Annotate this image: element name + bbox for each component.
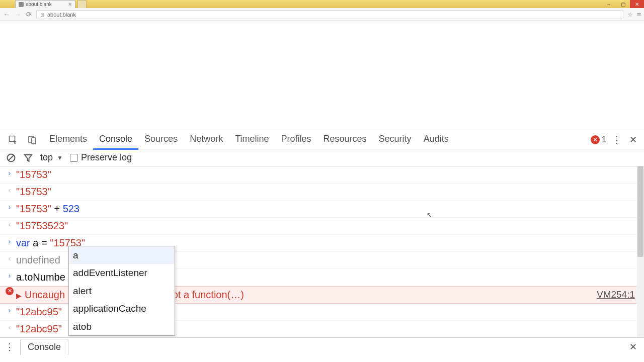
scrollbar-thumb[interactable]	[637, 166, 643, 257]
chevron-down-icon: ▼	[57, 154, 63, 161]
autocomplete-popup[interactable]: aaddEventListeneralertapplicationCacheat…	[68, 246, 175, 336]
devtools-close-icon[interactable]: ✕	[627, 134, 639, 145]
devtools-tabbar: ElementsConsoleSourcesNetworkTimelinePro…	[0, 130, 644, 149]
autocomplete-item[interactable]: alert	[69, 282, 175, 300]
output-chevron-icon: ‹	[3, 252, 16, 264]
close-window-button[interactable]: ✕	[630, 0, 644, 8]
device-toggle-icon[interactable]	[24, 132, 40, 148]
preserve-log-label: Preserve log	[81, 152, 132, 163]
forward-button[interactable]: →	[14, 11, 21, 18]
drawer-tab-console[interactable]: Console	[20, 339, 68, 355]
console-text: "15753"	[16, 184, 639, 200]
error-count-badge[interactable]: ✕ 1	[591, 135, 606, 145]
error-row-icon: ✕	[3, 287, 16, 295]
browser-titlebar: about:blank ✕ – ▢ ✕	[0, 0, 644, 8]
autocomplete-item[interactable]: addEventListener	[69, 264, 175, 282]
tab-close-icon[interactable]: ✕	[68, 2, 72, 7]
tab-sources[interactable]: Sources	[138, 130, 184, 150]
page-info-icon[interactable]: 🗎	[40, 12, 45, 18]
console-row: ‹"15753"	[0, 184, 644, 201]
input-chevron-icon: ›	[3, 304, 16, 316]
address-bar: ← → ⟳ 🗎 about:blank ☆ ≡	[0, 8, 644, 21]
preserve-log-checkbox[interactable]: Preserve log	[70, 152, 132, 163]
console-row: ›"15753" + 523	[0, 201, 644, 218]
bookmark-star-icon[interactable]: ☆	[627, 11, 633, 18]
page-content	[0, 21, 644, 130]
input-chevron-icon: ›	[3, 235, 16, 247]
tab-security[interactable]: Security	[373, 130, 418, 150]
console-text: "15753" + 523	[16, 201, 639, 217]
tab-timeline[interactable]: Timeline	[229, 130, 275, 150]
context-selector[interactable]: top ▼	[40, 152, 63, 163]
window-controls: – ▢ ✕	[602, 0, 644, 8]
clear-console-icon[interactable]	[6, 153, 16, 163]
output-chevron-icon: ‹	[3, 321, 16, 333]
tab-profiles[interactable]: Profiles	[275, 130, 317, 150]
minimize-button[interactable]: –	[602, 0, 616, 8]
autocomplete-item[interactable]: a	[69, 246, 175, 264]
input-chevron-icon: ›	[3, 167, 16, 178]
filter-icon[interactable]	[23, 153, 33, 163]
console-output[interactable]: ›"15753"‹"15753"›"15753" + 523‹"15753523…	[0, 166, 644, 337]
tab-title: about:blank	[26, 2, 52, 7]
reload-button[interactable]: ⟳	[25, 11, 32, 18]
expand-error-icon[interactable]: ▶	[16, 292, 22, 300]
drawer-tab-label: Console	[28, 342, 61, 352]
error-count: 1	[602, 135, 606, 145]
back-button[interactable]: ←	[3, 11, 10, 18]
tab-network[interactable]: Network	[184, 130, 229, 150]
devtools-menu-icon[interactable]: ⋮	[612, 134, 621, 145]
devtools-drawer: ⋮ Console ✕	[0, 337, 644, 355]
favicon-icon	[19, 2, 24, 7]
input-chevron-icon: ›	[3, 269, 16, 281]
error-source-link[interactable]: VM254:1	[597, 287, 639, 302]
browser-menu-icon[interactable]: ≡	[637, 11, 641, 19]
url-text: about:blank	[47, 12, 76, 18]
tab-resources[interactable]: Resources	[317, 130, 373, 150]
console-row: ‹"15753523"	[0, 218, 644, 235]
drawer-close-icon[interactable]: ✕	[627, 341, 639, 352]
output-chevron-icon: ‹	[3, 218, 16, 230]
tab-audits[interactable]: Audits	[418, 130, 455, 150]
drawer-menu-icon[interactable]: ⋮	[5, 341, 14, 352]
output-chevron-icon: ‹	[3, 184, 16, 196]
scrollbar[interactable]	[637, 166, 644, 337]
tab-console[interactable]: Console	[93, 130, 138, 150]
inspect-element-icon[interactable]	[5, 132, 21, 148]
tab-elements[interactable]: Elements	[43, 130, 93, 150]
console-toolbar: top ▼ Preserve log	[0, 149, 644, 166]
svg-rect-2	[32, 138, 36, 144]
preserve-log-input[interactable]	[70, 154, 78, 162]
autocomplete-item[interactable]: applicationCache	[69, 300, 175, 317]
autocomplete-item[interactable]: atob	[69, 318, 175, 335]
browser-tab[interactable]: about:blank ✕	[15, 0, 75, 8]
url-input[interactable]: 🗎 about:blank	[36, 10, 623, 19]
console-text: "15753"	[16, 167, 639, 183]
error-icon: ✕	[591, 135, 600, 144]
devtools-panel: ElementsConsoleSourcesNetworkTimelinePro…	[0, 130, 644, 355]
new-tab-button[interactable]	[77, 0, 87, 8]
svg-line-4	[9, 155, 14, 160]
input-chevron-icon: ›	[3, 201, 16, 213]
console-row: ›"15753"	[0, 166, 644, 184]
console-text: "15753523"	[16, 218, 639, 234]
maximize-button[interactable]: ▢	[616, 0, 630, 8]
context-label: top	[40, 152, 53, 163]
